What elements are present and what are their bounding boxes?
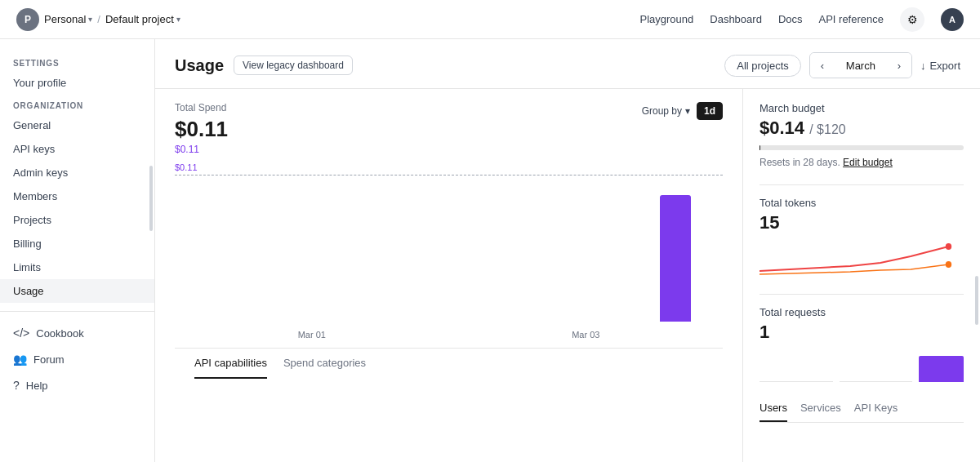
total-requests-label: Total requests [760,306,964,318]
line-chart-svg [760,240,964,281]
right-panel-tabs: Users Services API Keys [760,395,964,423]
chart-dashed-value: $0.11 [175,162,198,172]
personal-label: Personal [44,13,86,25]
chart-header: Total Spend $0.11 $0.11 Group by ▾ 1d [175,102,723,155]
cookbook-label: Cookbook [36,327,84,340]
breadcrumb-sep: / [97,13,100,25]
budget-sep: / [809,122,817,136]
sidebar-item-help[interactable]: ? Help [0,372,154,398]
usage-header: Usage View legacy dashboard All projects… [155,39,980,89]
mini-bar-active [919,356,964,382]
main-layout: SETTINGS Your profile ORGANIZATION Gener… [0,39,980,462]
budget-spent: $0.14 [760,118,804,138]
sidebar-item-members[interactable]: Members [0,184,154,208]
project-label[interactable]: Default project ▾ [105,13,180,25]
project-chevron-icon: ▾ [176,15,180,24]
right-divider-1 [760,184,964,185]
x-label-mar03: Mar 03 [449,330,724,340]
bar-active [660,195,691,322]
mini-bar-line-2 [840,381,913,382]
month-nav: ‹ March › [809,52,912,78]
right-tab-services[interactable]: Services [800,395,841,422]
budget-amount: $0.14 / $120 [760,118,964,139]
mini-bar-line-1 [760,381,833,382]
user-avatar[interactable]: A [941,8,964,31]
bar-chart [175,175,723,322]
budget-title: March budget [760,102,964,114]
tab-api-capabilities[interactable]: API capabilities [194,349,267,379]
group-by-chevron-icon: ▾ [685,105,690,117]
right-panel: March budget $0.14 / $120 Resets in 28 d… [743,89,980,462]
right-panel-scrollbar[interactable] [975,276,978,325]
svg-point-1 [946,261,951,268]
total-tokens-value: 15 [760,212,964,233]
personal-chevron-icon: ▾ [88,15,92,24]
chart-controls: Group by ▾ 1d [642,102,723,120]
sidebar-divider [0,311,154,312]
help-icon: ? [13,379,20,392]
chart-dashed-line: $0.11 [175,175,723,175]
group-by-button[interactable]: Group by ▾ [642,105,690,117]
all-projects-button[interactable]: All projects [724,55,801,77]
legacy-dashboard-button[interactable]: View legacy dashboard [234,56,353,75]
forum-icon: 👥 [13,353,27,366]
period-1d-button[interactable]: 1d [697,102,723,120]
sidebar-item-forum[interactable]: 👥 Forum [0,346,154,372]
settings-section-label: SETTINGS [0,52,154,71]
sidebar-item-admin-keys[interactable]: Admin keys [0,161,154,184]
sidebar-item-projects[interactable]: Projects [0,208,154,232]
total-tokens-label: Total tokens [760,197,964,209]
top-nav: P Personal ▾ / Default project ▾ Playgro… [0,0,980,39]
sidebar-item-limits[interactable]: Limits [0,255,154,279]
total-requests-value: 1 [760,322,964,343]
sidebar: SETTINGS Your profile ORGANIZATION Gener… [0,39,155,462]
group-by-label: Group by [642,105,682,117]
nav-dashboard[interactable]: Dashboard [710,13,762,25]
org-section-label: ORGANIZATION [0,95,154,113]
sidebar-item-api-keys[interactable]: API keys [0,137,154,161]
edit-budget-link[interactable]: Edit budget [843,157,893,168]
mini-bar-chart [760,349,964,382]
budget-total: $120 [817,122,846,136]
main-content: Usage View legacy dashboard All projects… [155,39,980,462]
budget-reset-text: Resets in 28 days. Edit budget [760,157,964,168]
total-spend-value: $0.11 [175,117,228,142]
nav-playground[interactable]: Playground [639,13,693,25]
topnav-left: P Personal ▾ / Default project ▾ [16,8,180,31]
budget-bar-track [760,145,964,150]
bar-chart-xaxis: Mar 01 Mar 03 [175,325,723,340]
right-tab-api-keys[interactable]: API Keys [854,395,898,422]
settings-icon-button[interactable]: ⚙ [900,7,924,32]
usage-header-right: All projects ‹ March › ↓ Export [724,52,960,78]
chart-tabs: API capabilities Spend categories [175,348,723,379]
personal-brand[interactable]: Personal ▾ [44,13,92,25]
personal-avatar[interactable]: P [16,8,39,31]
sidebar-scrollbar[interactable] [149,166,153,231]
export-label: Export [929,60,960,72]
month-prev-button[interactable]: ‹ [810,53,835,78]
x-label-mar01: Mar 01 [175,330,449,340]
sidebar-item-billing[interactable]: Billing [0,232,154,255]
export-down-icon: ↓ [920,60,926,72]
bar-group-active [660,195,691,322]
sidebar-item-general[interactable]: General [0,113,154,137]
usage-header-left: Usage View legacy dashboard [175,56,353,75]
month-next-button[interactable]: › [887,53,911,78]
sidebar-item-your-profile[interactable]: Your profile [0,71,154,95]
total-tokens-section: Total tokens 15 [760,197,964,281]
right-tab-users[interactable]: Users [760,395,787,422]
chart-spend-info: Total Spend $0.11 $0.11 [175,102,228,155]
bar-chart-container: $0.11 [175,162,723,341]
tab-spend-categories[interactable]: Spend categories [283,349,366,379]
export-button[interactable]: ↓ Export [920,60,960,72]
project-name: Default project [105,13,174,25]
reset-days-label: Resets in 28 days. [760,157,840,168]
sidebar-item-usage[interactable]: Usage [0,279,154,303]
topnav-right: Playground Dashboard Docs API reference … [639,7,964,32]
nav-api-reference[interactable]: API reference [819,13,884,25]
svg-point-0 [946,243,951,250]
mini-line-chart [760,240,964,281]
sidebar-item-cookbook[interactable]: </> Cookbook [0,320,154,346]
month-label: March [835,60,887,72]
nav-docs[interactable]: Docs [778,13,803,25]
